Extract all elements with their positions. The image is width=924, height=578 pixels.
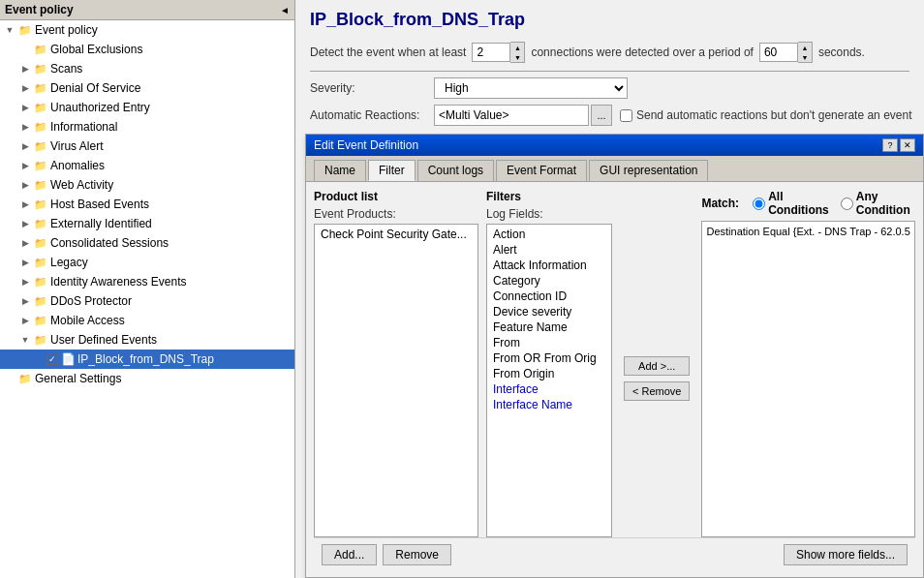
dialog-help-btn[interactable]: ? xyxy=(882,138,898,152)
expand-icon-consolidated-sessions[interactable]: ▶ xyxy=(19,238,31,248)
tree-container: ▼📁Event policy 📁Global Exclusions▶📁Scans… xyxy=(0,20,294,388)
tree-item-event-policy[interactable]: ▼📁Event policy xyxy=(0,20,294,40)
log-field-item[interactable]: From Origin xyxy=(489,366,609,381)
expand-icon-event-policy[interactable]: ▼ xyxy=(4,25,15,35)
connections-spin-up[interactable]: ▲ xyxy=(510,43,524,52)
reactions-row: Automatic Reactions: ... Send automatic … xyxy=(310,105,909,126)
log-field-item[interactable]: Alert xyxy=(489,242,609,258)
tree-item-denial-of-service[interactable]: ▶📁Denial Of Service xyxy=(0,78,294,98)
tree-item-externally-identified[interactable]: ▶📁Externally Identified xyxy=(0,214,294,233)
footer-remove-btn[interactable]: Remove xyxy=(383,544,451,565)
seconds-spin-down[interactable]: ▼ xyxy=(798,52,812,62)
send-auto-checkbox[interactable] xyxy=(620,109,632,122)
expand-icon-identity-awareness-events[interactable]: ▶ xyxy=(19,277,31,287)
log-field-item[interactable]: From xyxy=(489,335,609,350)
show-more-fields-btn[interactable]: Show more fields... xyxy=(784,544,908,565)
log-field-item[interactable]: Device severity xyxy=(489,304,609,319)
tree-label-consolidated-sessions: Consolidated Sessions xyxy=(50,236,169,250)
expand-icon-mobile-access[interactable]: ▶ xyxy=(19,316,31,325)
log-fields-section: Filters Log Fields: ActionAlertAttack In… xyxy=(486,190,612,537)
log-fields-list-box[interactable]: ActionAlertAttack InformationCategoryCon… xyxy=(486,224,612,537)
tree-item-user-defined-events[interactable]: ▼📁User Defined Events xyxy=(0,330,294,350)
all-conditions-radio[interactable]: All Conditions xyxy=(753,190,829,217)
log-field-item[interactable]: Attack Information xyxy=(489,258,609,273)
product-list-box[interactable]: Check Point Security Gate... xyxy=(314,224,478,537)
tab-name[interactable]: Name xyxy=(314,160,366,181)
expand-icon-web-activity[interactable]: ▶ xyxy=(19,180,31,190)
reactions-input[interactable] xyxy=(434,105,589,126)
connections-spinbox[interactable]: ▲ ▼ xyxy=(472,42,525,63)
folder-icon-general-settings: 📁 xyxy=(17,371,33,386)
log-field-item[interactable]: Interface xyxy=(489,381,609,397)
expand-icon-host-based-events[interactable]: ▶ xyxy=(19,199,31,209)
tree-item-anomalies[interactable]: ▶📁Anomalies xyxy=(0,156,294,175)
log-field-item[interactable]: Action xyxy=(489,227,609,242)
tree-item-virus-alert[interactable]: ▶📁Virus Alert xyxy=(0,137,294,156)
expand-icon-scans[interactable]: ▶ xyxy=(19,64,31,74)
form-divider xyxy=(310,71,909,72)
remove-btn[interactable]: < Remove xyxy=(624,381,690,401)
send-auto-row: Send automatic reactions but don't gener… xyxy=(620,108,911,122)
dialog-footer: Add... Remove Show more fields... xyxy=(314,537,915,569)
edit-event-dialog: Edit Event Definition ? ✕ Name Filter Co… xyxy=(305,134,924,578)
connections-input[interactable] xyxy=(472,43,510,62)
match-section: Match: All Conditions Any Condition xyxy=(701,190,915,537)
expand-icon-externally-identified[interactable]: ▶ xyxy=(19,219,31,228)
footer-add-btn[interactable]: Add... xyxy=(322,544,377,565)
tree-item-web-activity[interactable]: ▶📁Web Activity xyxy=(0,175,294,195)
tree-collapse-btn[interactable]: ◄ xyxy=(280,5,290,15)
log-field-item[interactable]: Interface Name xyxy=(489,397,609,412)
tree-item-unauthorized-entry[interactable]: ▶📁Unauthorized Entry xyxy=(0,98,294,117)
match-label: Match: xyxy=(701,197,739,210)
connections-label: connections were detected over a period … xyxy=(531,46,753,59)
any-condition-radio-input[interactable] xyxy=(841,198,853,210)
severity-label: Severity: xyxy=(310,81,426,95)
dialog-close-btn[interactable]: ✕ xyxy=(900,138,915,152)
expand-icon-ddos-protector[interactable]: ▶ xyxy=(19,296,31,306)
tree-item-host-based-events[interactable]: ▶📁Host Based Events xyxy=(0,195,294,214)
seconds-spinbox[interactable]: ▲ ▼ xyxy=(759,42,813,63)
reactions-ellipsis-btn[interactable]: ... xyxy=(591,105,612,126)
tree-item-identity-awareness-events[interactable]: ▶📁Identity Awareness Events xyxy=(0,272,294,291)
expand-icon-user-defined-events[interactable]: ▼ xyxy=(19,335,31,345)
connections-spin-down[interactable]: ▼ xyxy=(510,52,524,62)
expand-icon-informational[interactable]: ▶ xyxy=(19,122,31,132)
tab-count-logs[interactable]: Count logs xyxy=(417,160,494,181)
severity-select[interactable]: Low Medium High Critical xyxy=(434,77,628,99)
tree-item-global-exclusions[interactable]: 📁Global Exclusions xyxy=(0,40,294,59)
all-conditions-radio-input[interactable] xyxy=(753,198,765,210)
tree-label-identity-awareness-events: Identity Awareness Events xyxy=(50,275,187,289)
expand-icon-virus-alert[interactable]: ▶ xyxy=(19,141,31,151)
tab-event-format[interactable]: Event Format xyxy=(496,160,587,181)
filter-value-box[interactable]: Destination Equal {Ext. - DNS Trap - 62.… xyxy=(701,221,915,537)
expand-icon-anomalies[interactable]: ▶ xyxy=(19,161,31,170)
product-list-item[interactable]: Check Point Security Gate... xyxy=(317,227,476,242)
log-field-item[interactable]: Category xyxy=(489,273,609,289)
log-field-item[interactable]: Feature Name xyxy=(489,319,609,335)
log-field-item[interactable]: Connection ID xyxy=(489,289,609,304)
tree-item-informational[interactable]: ▶📁Informational xyxy=(0,117,294,137)
tree-item-legacy[interactable]: ▶📁Legacy xyxy=(0,253,294,272)
folder-icon-identity-awareness-events: 📁 xyxy=(33,274,48,289)
seconds-input[interactable] xyxy=(759,43,798,62)
tab-gui-representation[interactable]: GUI representation xyxy=(589,160,708,181)
seconds-spin-up[interactable]: ▲ xyxy=(798,43,812,52)
tree-item-general-settings[interactable]: 📁General Settings xyxy=(0,369,294,388)
tree-item-scans[interactable]: ▶📁Scans xyxy=(0,59,294,78)
expand-icon-denial-of-service[interactable]: ▶ xyxy=(19,83,31,93)
expand-icon-legacy[interactable]: ▶ xyxy=(19,258,31,267)
expand-icon-unauthorized-entry[interactable]: ▶ xyxy=(19,103,31,112)
severity-select-wrapper: Low Medium High Critical xyxy=(434,77,628,99)
log-field-item[interactable]: From OR From Orig xyxy=(489,350,609,366)
tab-filter[interactable]: Filter xyxy=(368,160,416,181)
folder-icon-user-defined-events: 📁 xyxy=(33,332,48,348)
any-condition-radio[interactable]: Any Condition xyxy=(841,190,915,217)
folder-icon-consolidated-sessions: 📁 xyxy=(33,235,48,251)
tree-item-ip-block-dns-trap[interactable]: ✓📄IP_Block_from_DNS_Trap xyxy=(0,350,294,369)
tree-item-mobile-access[interactable]: ▶📁Mobile Access xyxy=(0,311,294,330)
checkbox-ip-block-dns-trap[interactable]: ✓ xyxy=(46,353,58,365)
tree-label-ip-block-dns-trap: IP_Block_from_DNS_Trap xyxy=(77,352,214,366)
tree-item-ddos-protector[interactable]: ▶📁DDoS Protector xyxy=(0,291,294,311)
tree-item-consolidated-sessions[interactable]: ▶📁Consolidated Sessions xyxy=(0,233,294,253)
add-btn[interactable]: Add >... xyxy=(624,356,690,376)
